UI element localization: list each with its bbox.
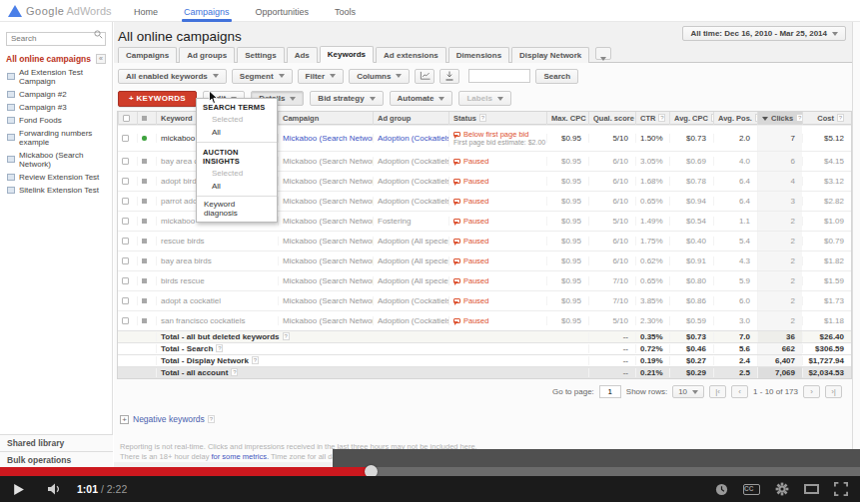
details-menu-item[interactable]: [197, 196, 277, 197]
tab[interactable]: Campaigns: [118, 47, 177, 63]
download-button[interactable]: [439, 69, 459, 84]
details-menu-item[interactable]: All: [197, 126, 277, 139]
help-icon[interactable]: [283, 332, 290, 340]
first-page-button[interactable]: [709, 385, 726, 398]
sidebar-footer-item[interactable]: Shared library: [0, 434, 113, 451]
help-icon[interactable]: [658, 114, 665, 122]
search-button[interactable]: Search: [535, 69, 578, 84]
help-icon[interactable]: [231, 368, 238, 376]
tab[interactable]: Ad groups: [179, 47, 235, 63]
details-menu-item[interactable]: Selected: [197, 113, 277, 126]
page-number-input[interactable]: [599, 385, 621, 398]
sidebar-search-input[interactable]: [6, 32, 106, 46]
max-cpc-cell[interactable]: $0.95: [546, 157, 588, 166]
row-checkbox[interactable]: [122, 198, 129, 205]
max-cpc-cell[interactable]: $0.95: [546, 296, 588, 305]
tab[interactable]: Keywords: [320, 46, 374, 63]
col-cost[interactable]: Cost: [802, 112, 851, 125]
adgroup-link[interactable]: Adoption (All species): [373, 237, 448, 246]
campaign-link[interactable]: Mickaboo (Search Network): [278, 256, 373, 265]
row-checkbox[interactable]: [122, 218, 129, 225]
add-keywords-button[interactable]: + KEYWORDS: [118, 91, 197, 107]
campaign-link[interactable]: Mickaboo (Search Network): [278, 134, 373, 143]
scope-dropdown[interactable]: All enabled keywords: [118, 69, 227, 84]
row-checkbox[interactable]: [122, 158, 129, 165]
keyword-cell[interactable]: adopt a cockatiel: [156, 296, 278, 305]
row-checkbox[interactable]: [122, 135, 129, 142]
labels-dropdown[interactable]: Labels: [458, 91, 510, 106]
col-avg-pos[interactable]: Avg. Pos.: [713, 112, 757, 125]
sidebar-footer-item[interactable]: Bulk operations: [0, 451, 113, 468]
expand-icon[interactable]: [120, 415, 129, 424]
sidebar-campaign-item[interactable]: Forwarding numbers example: [0, 127, 112, 149]
help-icon[interactable]: [208, 415, 215, 423]
col-campaign[interactable]: Campaign: [278, 112, 373, 125]
adgroup-link[interactable]: Adoption (Cockatiels): [373, 157, 448, 166]
max-cpc-cell[interactable]: $0.95: [546, 197, 588, 206]
row-checkbox[interactable]: [122, 317, 129, 324]
tab[interactable]: Settings: [237, 47, 285, 63]
nav-item[interactable]: Home: [134, 3, 158, 19]
nav-item[interactable]: Tools: [335, 3, 356, 19]
campaign-link[interactable]: Mickaboo (Search Network): [278, 217, 373, 226]
sidebar-campaign-item[interactable]: Sitelink Extension Test: [0, 184, 112, 197]
sidebar-campaign-item[interactable]: Mickaboo (Search Network): [0, 149, 112, 171]
details-menu-item[interactable]: AUCTION INSIGHTS: [197, 144, 277, 167]
details-menu-item[interactable]: Keyword diagnosis: [197, 198, 277, 220]
volume-button[interactable]: [47, 483, 63, 495]
prev-page-button[interactable]: [731, 385, 748, 398]
keyword-search-input[interactable]: [468, 69, 530, 83]
fullscreen-button[interactable]: [834, 482, 848, 496]
bid-strategy-dropdown[interactable]: Bid strategy: [310, 91, 383, 106]
keyword-cell[interactable]: san francisco cockatiels: [156, 316, 278, 325]
automate-dropdown[interactable]: Automate: [390, 91, 453, 106]
last-page-button[interactable]: [825, 385, 842, 398]
col-adgroup[interactable]: Ad group: [373, 112, 448, 125]
help-icon[interactable]: [252, 356, 259, 364]
details-menu-item[interactable]: [197, 142, 277, 143]
columns-dropdown[interactable]: Columns: [349, 69, 410, 84]
col-avg-cpc[interactable]: Avg. CPC: [669, 112, 713, 125]
adgroup-link[interactable]: Adoption (Cockatiels): [373, 296, 448, 305]
col-clicks-sorted[interactable]: Clicks: [757, 112, 802, 125]
sidebar-campaign-item[interactable]: Ad Extension Test Campaign: [0, 66, 112, 88]
help-icon[interactable]: [479, 114, 486, 122]
watch-later-button[interactable]: [715, 483, 728, 496]
max-cpc-cell[interactable]: $0.95: [546, 177, 588, 186]
some-metrics-link[interactable]: for some metrics.: [212, 452, 270, 461]
sidebar-campaign-item[interactable]: Campaign #2: [0, 88, 112, 101]
keyword-cell[interactable]: rescue birds: [156, 237, 278, 246]
date-range-button[interactable]: All time: Dec 16, 2010 - Mar 25, 2014: [682, 26, 846, 41]
details-menu-item[interactable]: All: [197, 180, 277, 193]
sidebar-campaign-item[interactable]: Review Extension Test: [0, 171, 112, 184]
settings-button[interactable]: [775, 482, 789, 496]
filter-dropdown[interactable]: Filter: [298, 69, 345, 84]
adgroup-link[interactable]: Adoption (Cockatiels): [373, 316, 448, 325]
keyword-cell[interactable]: bay area birds: [156, 256, 278, 265]
campaign-link[interactable]: Mickaboo (Search Network): [278, 316, 373, 325]
campaign-link[interactable]: Mickaboo (Search Network): [278, 237, 373, 246]
campaign-link[interactable]: Mickaboo (Search Network): [278, 177, 373, 186]
row-checkbox[interactable]: [122, 277, 129, 284]
tab[interactable]: Ads: [287, 47, 318, 63]
max-cpc-cell[interactable]: $0.95: [546, 316, 588, 325]
sidebar-campaign-item[interactable]: Campaign #3: [0, 101, 112, 114]
adgroup-link[interactable]: Adoption (All species): [373, 256, 448, 265]
row-checkbox[interactable]: [122, 178, 129, 185]
details-menu-item[interactable]: Selected: [197, 167, 277, 180]
rows-per-page-select[interactable]: 10: [672, 385, 704, 398]
max-cpc-cell[interactable]: $0.95: [546, 134, 588, 143]
help-icon[interactable]: [216, 344, 223, 352]
max-cpc-cell[interactable]: $0.95: [546, 256, 588, 265]
campaign-link[interactable]: Mickaboo (Search Network): [278, 157, 373, 166]
campaign-link[interactable]: Mickaboo (Search Network): [278, 296, 373, 305]
select-all-checkbox[interactable]: [123, 115, 130, 122]
help-icon[interactable]: [837, 114, 844, 122]
play-button[interactable]: [12, 483, 25, 496]
col-max-cpc[interactable]: Max. CPC: [546, 112, 588, 125]
negative-keywords-toggle[interactable]: Negative keywords: [120, 414, 848, 424]
row-checkbox[interactable]: [122, 297, 129, 304]
row-checkbox[interactable]: [122, 238, 129, 245]
sidebar-all-campaigns[interactable]: All online campaigns: [6, 54, 91, 64]
adgroup-link[interactable]: Adoption (Cockatiels): [373, 177, 448, 186]
